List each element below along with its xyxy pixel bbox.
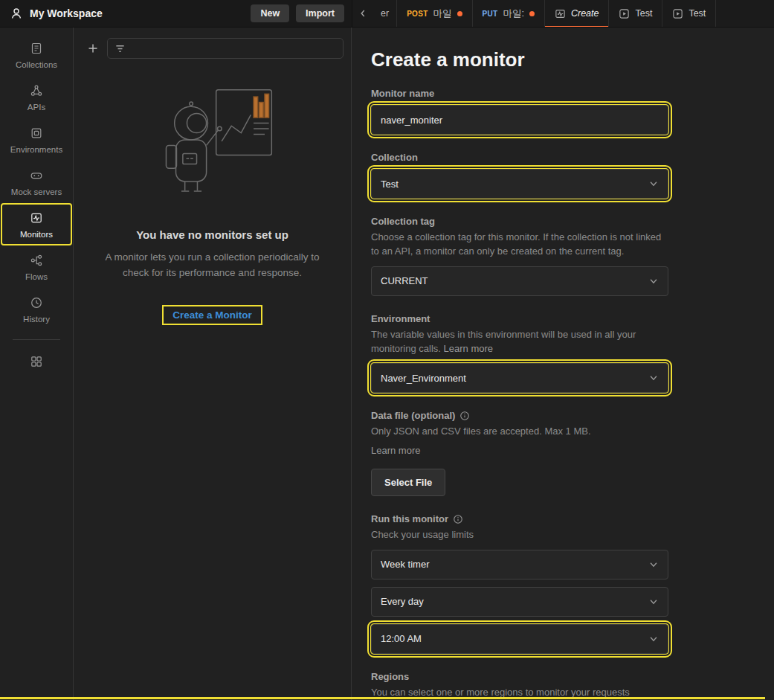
- tab-title: Test: [635, 8, 652, 19]
- tab-title: Test: [688, 8, 706, 19]
- filter-monitors-box: [107, 38, 344, 59]
- tab-put-request[interactable]: PUT 마일:: [473, 0, 545, 27]
- collection-tag-description: Choose a collection tag for this monitor…: [371, 231, 668, 259]
- collection-tag-label: Collection tag: [371, 216, 668, 227]
- tabs-scroll-left-button[interactable]: [352, 0, 373, 27]
- environment-description: The variable values in this environment …: [371, 328, 668, 356]
- tab-partial[interactable]: er: [373, 0, 397, 27]
- tab-create-monitor[interactable]: Create: [545, 0, 610, 27]
- create-monitor-link[interactable]: Create a Monitor: [164, 306, 261, 324]
- monitors-list-panel: You have no monitors set up A monitor le…: [74, 28, 352, 700]
- sidebar-item-history[interactable]: History: [2, 289, 71, 329]
- collection-select[interactable]: Test: [371, 169, 668, 199]
- chevron-down-icon: [648, 559, 659, 570]
- add-monitor-button[interactable]: [86, 42, 100, 55]
- sidebar-item-monitors[interactable]: Monitors: [2, 205, 71, 244]
- empty-monitors-illustration: [146, 87, 279, 212]
- grid-icon: [30, 355, 43, 368]
- sidebar-divider: [13, 339, 60, 340]
- data-file-label-text: Data file (optional): [371, 410, 455, 421]
- sidebar-item-label: Monitors: [20, 230, 53, 239]
- flows-icon: [30, 254, 43, 267]
- tab-title: er: [381, 8, 389, 19]
- new-button[interactable]: New: [251, 4, 289, 22]
- sidebar-item-environments[interactable]: Environments: [2, 120, 71, 159]
- chevron-down-icon: [648, 179, 659, 189]
- tab-bar: er POST 마일 PUT 마일: Create: [352, 0, 774, 27]
- unsaved-dot-icon: [529, 11, 535, 16]
- sidebar-item-collections[interactable]: Collections: [2, 35, 71, 74]
- sidebar-item-label: Environments: [10, 145, 62, 154]
- info-icon: [459, 411, 470, 421]
- tab-post-request[interactable]: POST 마일: [397, 0, 472, 27]
- body-row: Collections APIs Environments: [0, 28, 774, 700]
- run-monitor-group: Run this monitor Check your usage limits…: [371, 513, 668, 654]
- sidebar: Collections APIs Environments: [0, 28, 74, 700]
- app-window: My Workspace New Import er POST 마일 PUT: [0, 0, 774, 700]
- tab-test-1[interactable]: Test: [609, 0, 662, 27]
- chevron-down-icon: [648, 597, 659, 607]
- top-bar: My Workspace New Import er POST 마일 PUT: [0, 0, 774, 28]
- collection-tag-select[interactable]: CURRENT: [371, 266, 668, 296]
- environment-select[interactable]: Naver_Environment: [371, 363, 668, 393]
- data-file-group: Data file (optional) Only JSON and CSV f…: [371, 410, 668, 496]
- mock-servers-icon: [30, 169, 43, 182]
- method-post-label: POST: [407, 10, 428, 18]
- run-time-selected-value: 12:00 AM: [381, 633, 422, 644]
- sidebar-item-label: History: [23, 315, 50, 324]
- filter-icon: [115, 43, 126, 54]
- chevron-left-icon: [358, 8, 368, 19]
- sidebar-item-mock-servers[interactable]: Mock servers: [2, 162, 71, 202]
- run-monitor-label: Run this monitor: [371, 513, 668, 524]
- history-icon: [30, 296, 43, 309]
- run-icon: [672, 8, 683, 19]
- run-monitor-label-text: Run this monitor: [371, 513, 448, 524]
- regions-label: Regions: [371, 671, 668, 682]
- environment-label: Environment: [371, 313, 668, 324]
- select-file-button[interactable]: Select File: [371, 469, 445, 496]
- info-icon: [453, 514, 463, 524]
- create-monitor-form: Monitor name Collection Test Collection …: [371, 88, 668, 700]
- monitors-empty-state: You have no monitors set up A monitor le…: [74, 87, 351, 324]
- collection-label: Collection: [371, 152, 668, 163]
- monitor-name-group: Monitor name: [371, 88, 668, 135]
- method-put-label: PUT: [483, 10, 498, 18]
- monitor-name-label: Monitor name: [371, 88, 668, 99]
- tab-title: Create: [571, 8, 599, 19]
- schedule-selects: Week timer Every day 12:00: [371, 550, 668, 654]
- data-file-label: Data file (optional): [371, 410, 668, 421]
- plus-icon: [86, 42, 100, 55]
- monitors-toolbar: [74, 28, 351, 59]
- user-icon: [10, 7, 23, 20]
- apis-icon: [30, 84, 43, 97]
- data-file-learn-more-link[interactable]: Learn more: [371, 444, 668, 458]
- highlight-bottom-line: [0, 697, 765, 699]
- sidebar-item-apis[interactable]: APIs: [2, 77, 71, 117]
- sidebar-item-label: APIs: [28, 103, 45, 112]
- environment-group: Environment The variable values in this …: [371, 313, 668, 394]
- filter-monitors-input[interactable]: [132, 43, 336, 54]
- environment-selected-value: Naver_Environment: [381, 373, 466, 384]
- collection-tag-group: Collection tag Choose a collection tag f…: [371, 216, 668, 296]
- tab-test-2[interactable]: Test: [662, 0, 716, 27]
- run-day-selected-value: Every day: [381, 596, 424, 607]
- workspace-header: My Workspace New Import: [0, 0, 352, 27]
- chevron-down-icon: [648, 373, 659, 383]
- data-file-description: Only JSON and CSV files are accepted. Ma…: [371, 425, 668, 439]
- environment-description-text: The variable values in this environment …: [371, 329, 636, 354]
- tab-title: 마일: [433, 7, 452, 20]
- environments-icon: [30, 126, 43, 140]
- import-button[interactable]: Import: [296, 4, 344, 22]
- run-day-select[interactable]: Every day: [371, 587, 668, 617]
- chevron-down-icon: [648, 276, 659, 286]
- timer-type-select[interactable]: Week timer: [371, 550, 668, 579]
- monitor-name-input[interactable]: [371, 105, 668, 135]
- run-time-select[interactable]: 12:00 AM: [371, 624, 668, 654]
- workspace-name[interactable]: My Workspace: [30, 7, 103, 19]
- collection-selected-value: Test: [381, 179, 399, 190]
- sidebar-item-flows[interactable]: Flows: [2, 247, 71, 286]
- sidebar-more-panels-button[interactable]: [25, 350, 48, 376]
- empty-state-description: A monitor lets you run a collection peri…: [93, 250, 332, 281]
- sidebar-item-label: Flows: [25, 272, 48, 281]
- environment-learn-more-link[interactable]: Learn more: [444, 343, 493, 354]
